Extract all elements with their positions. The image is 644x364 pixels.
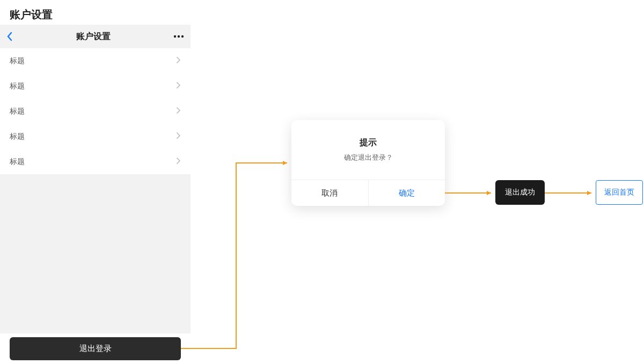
svg-marker-3 xyxy=(283,161,287,165)
list-item-label: 标题 xyxy=(10,107,25,116)
list-item[interactable]: 标题 xyxy=(0,73,191,99)
list-item[interactable]: 标题 xyxy=(0,48,191,73)
svg-point-1 xyxy=(178,35,180,38)
list-item[interactable]: 标题 xyxy=(0,124,191,149)
modal-title: 提示 xyxy=(360,137,377,148)
chevron-right-icon xyxy=(175,157,181,166)
svg-marker-5 xyxy=(587,191,591,195)
confirm-modal: 提示 确定退出登录？ 取消 确定 xyxy=(291,120,445,206)
chevron-right-icon xyxy=(175,81,181,91)
modal-confirm-button[interactable]: 确定 xyxy=(369,180,445,206)
logout-button[interactable]: 退出登录 xyxy=(10,337,181,360)
chevron-right-icon xyxy=(175,132,181,141)
modal-body: 提示 确定退出登录？ xyxy=(291,120,445,180)
chevron-right-icon xyxy=(175,107,181,116)
svg-point-2 xyxy=(181,35,184,38)
modal-message: 确定退出登录？ xyxy=(344,153,393,162)
back-icon[interactable] xyxy=(6,32,13,41)
more-icon[interactable] xyxy=(173,35,184,38)
page-title: 账户设置 xyxy=(10,8,53,22)
nav-title: 账户设置 xyxy=(76,31,111,42)
modal-actions: 取消 确定 xyxy=(291,180,445,206)
success-toast: 退出成功 xyxy=(495,180,545,205)
svg-marker-4 xyxy=(487,191,491,195)
list-item-label: 标题 xyxy=(10,81,25,91)
phone-panel: 账户设置 标题 标题 标题 标题 标题 xyxy=(0,25,191,333)
modal-cancel-button[interactable]: 取消 xyxy=(291,180,369,206)
back-home-button[interactable]: 返回首页 xyxy=(596,180,643,205)
chevron-right-icon xyxy=(175,56,181,65)
list-item-label: 标题 xyxy=(10,132,25,142)
list-item[interactable]: 标题 xyxy=(0,99,191,124)
list-item[interactable]: 标题 xyxy=(0,149,191,174)
nav-bar: 账户设置 xyxy=(0,25,191,48)
settings-list: 标题 标题 标题 标题 标题 xyxy=(0,48,191,174)
svg-point-0 xyxy=(174,35,176,38)
list-item-label: 标题 xyxy=(10,157,25,167)
list-item-label: 标题 xyxy=(10,56,25,66)
